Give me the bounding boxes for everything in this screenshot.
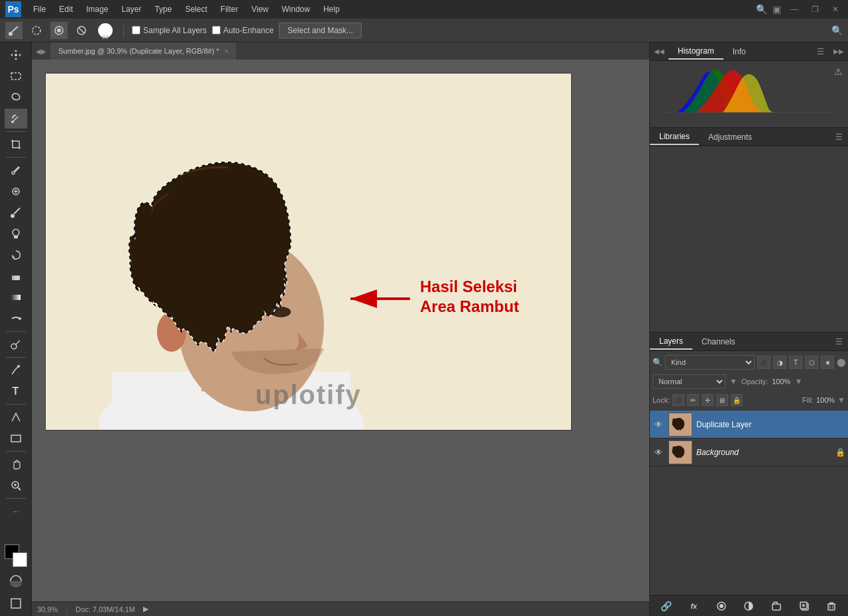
quick-mask-toggle[interactable] bbox=[5, 571, 27, 591]
smudge-tool[interactable] bbox=[5, 309, 27, 329]
lock-paint-btn[interactable]: ✏ bbox=[687, 394, 699, 406]
libraries-menu-icon[interactable]: ☰ bbox=[830, 132, 848, 142]
more-tools[interactable]: ··· bbox=[5, 501, 27, 521]
menu-help[interactable]: Help bbox=[318, 3, 345, 15]
eyedropper-tool[interactable] bbox=[5, 160, 27, 180]
erase-refinement-btn[interactable] bbox=[73, 22, 90, 39]
lock-artboard-btn[interactable]: ⊞ bbox=[716, 394, 728, 406]
move-tool[interactable] bbox=[5, 45, 27, 65]
panel-collapse-left[interactable]: ◀▶ bbox=[32, 48, 50, 55]
layer-item-duplicate[interactable]: 👁 Duplicate Layer bbox=[650, 411, 848, 438]
left-separator-3 bbox=[6, 331, 26, 332]
opacity-dropdown-icon[interactable]: ▼ bbox=[794, 377, 802, 386]
tab-close-btn[interactable]: × bbox=[225, 48, 229, 55]
layer-item-background[interactable]: 👁 Background 🔒 bbox=[650, 438, 848, 466]
crop-tool[interactable] bbox=[5, 134, 27, 154]
svg-point-7 bbox=[15, 54, 17, 56]
auto-enhance-checkbox[interactable]: Auto-Enhance bbox=[212, 26, 274, 35]
screen-mode-toggle[interactable] bbox=[5, 593, 27, 613]
quick-selection-btn[interactable] bbox=[28, 22, 45, 39]
layer-kind-select[interactable]: Kind bbox=[665, 355, 755, 370]
workspace-icon[interactable]: ▣ bbox=[772, 4, 781, 15]
brush-size-preview[interactable]: 23 bbox=[95, 21, 115, 40]
lasso-tool[interactable] bbox=[5, 87, 27, 107]
filter-type-btn[interactable]: T bbox=[789, 356, 802, 369]
menu-select[interactable]: Select bbox=[180, 3, 212, 15]
histogram-menu-icon[interactable]: ☰ bbox=[812, 47, 829, 56]
new-layer-btn[interactable] bbox=[796, 598, 812, 614]
sample-all-layers-checkbox[interactable]: Sample All Layers bbox=[132, 26, 207, 35]
dodge-tool[interactable] bbox=[5, 334, 27, 354]
fx-btn[interactable]: fx bbox=[686, 598, 702, 614]
background-color[interactable] bbox=[13, 552, 27, 567]
refine-edge-btn[interactable] bbox=[50, 22, 68, 39]
menu-file[interactable]: File bbox=[28, 3, 51, 15]
tab-info[interactable]: Info bbox=[723, 44, 755, 59]
search-icon[interactable]: 🔍 bbox=[756, 4, 767, 15]
menu-image[interactable]: Image bbox=[81, 3, 113, 15]
svg-point-17 bbox=[13, 229, 19, 236]
canvas[interactable]: Hasil Seleksi Area Rambut uplotify bbox=[45, 73, 572, 431]
menu-window[interactable]: Window bbox=[276, 3, 315, 15]
rectangular-marquee-tool[interactable] bbox=[5, 66, 27, 86]
tab-libraries[interactable]: Libraries bbox=[650, 129, 699, 145]
filter-smart-btn[interactable]: ★ bbox=[821, 356, 834, 369]
layers-panel: Layers Channels ☰ 🔍 Kind ⬛ ◑ T ⬡ ★ bbox=[650, 333, 848, 616]
lock-pixels-btn[interactable]: ⬛ bbox=[672, 394, 684, 406]
eraser-tool[interactable] bbox=[5, 266, 27, 286]
delete-layer-btn[interactable] bbox=[823, 598, 839, 614]
brush-tool-btn[interactable] bbox=[5, 22, 23, 39]
lock-position-btn[interactable]: ✛ bbox=[702, 394, 714, 406]
add-mask-btn[interactable] bbox=[714, 598, 729, 614]
color-boxes bbox=[5, 544, 27, 567]
tab-layers[interactable]: Layers bbox=[650, 334, 692, 350]
hand-tool[interactable] bbox=[5, 454, 27, 474]
select-mask-button[interactable]: Select and Mask... bbox=[279, 23, 362, 38]
adjustment-layer-btn[interactable] bbox=[741, 598, 757, 614]
tab-histogram[interactable]: Histogram bbox=[668, 44, 723, 60]
canvas-wrapper[interactable]: Hasil Seleksi Area Rambut uplotify bbox=[32, 60, 649, 601]
path-select-tool[interactable] bbox=[5, 407, 27, 427]
layers-menu-icon[interactable]: ☰ bbox=[830, 337, 848, 346]
svg-line-28 bbox=[18, 488, 21, 490]
healing-brush-tool[interactable] bbox=[5, 181, 27, 201]
filter-toggle-icon[interactable]: ⬤ bbox=[837, 358, 845, 367]
brush-tool-left[interactable] bbox=[5, 203, 27, 223]
left-separator-2 bbox=[6, 157, 26, 158]
close-btn[interactable]: ✕ bbox=[828, 5, 843, 14]
new-group-btn[interactable] bbox=[768, 598, 784, 614]
fill-dropdown-icon[interactable]: ▼ bbox=[837, 395, 845, 405]
document-tab[interactable]: Sumber.jpg @ 30,9% (Duplicate Layer, RGB… bbox=[50, 42, 237, 60]
minimize-btn[interactable]: — bbox=[786, 5, 802, 14]
tab-channels[interactable]: Channels bbox=[692, 334, 745, 349]
history-brush-tool[interactable] bbox=[5, 245, 27, 265]
pen-tool[interactable] bbox=[5, 360, 27, 380]
filter-shape-btn[interactable]: ⬡ bbox=[805, 356, 818, 369]
link-layers-btn[interactable]: 🔗 bbox=[659, 598, 674, 614]
menu-view[interactable]: View bbox=[246, 3, 274, 15]
filter-pixel-btn[interactable]: ⬛ bbox=[757, 356, 770, 369]
maximize-btn[interactable]: ❐ bbox=[808, 5, 823, 14]
zoom-tool[interactable] bbox=[5, 476, 27, 495]
menu-type[interactable]: Type bbox=[149, 3, 177, 15]
blend-mode-select[interactable]: Normal bbox=[653, 374, 725, 389]
blend-dropdown-icon[interactable]: ▼ bbox=[729, 377, 737, 386]
gradient-tool[interactable] bbox=[5, 287, 27, 307]
layer-visibility-background[interactable]: 👁 bbox=[653, 448, 664, 457]
histogram-collapse-left[interactable]: ◀◀ bbox=[650, 48, 668, 55]
filter-adjustment-btn[interactable]: ◑ bbox=[773, 356, 786, 369]
lock-all-btn[interactable]: 🔒 bbox=[731, 394, 743, 406]
navigate-forward-icon[interactable]: ▶ bbox=[143, 605, 148, 613]
tool-search-icon[interactable]: 🔍 bbox=[831, 25, 843, 36]
quick-select-tool[interactable] bbox=[5, 109, 27, 128]
svg-rect-33 bbox=[11, 599, 21, 608]
tab-adjustments[interactable]: Adjustments bbox=[699, 130, 761, 144]
text-tool[interactable]: T bbox=[5, 382, 27, 401]
clone-stamp-tool[interactable] bbox=[5, 224, 27, 244]
rectangle-tool[interactable] bbox=[5, 429, 27, 448]
layer-visibility-duplicate[interactable]: 👁 bbox=[653, 420, 664, 429]
menu-layer[interactable]: Layer bbox=[116, 3, 146, 15]
menu-filter[interactable]: Filter bbox=[215, 3, 244, 15]
histogram-collapse-right[interactable]: ▶▶ bbox=[829, 48, 848, 55]
menu-edit[interactable]: Edit bbox=[54, 3, 78, 15]
